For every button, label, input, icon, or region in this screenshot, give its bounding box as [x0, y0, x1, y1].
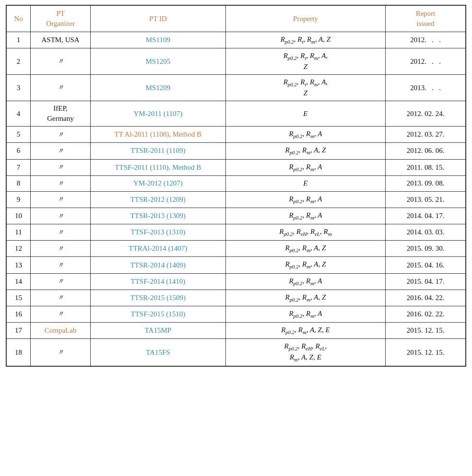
cell-ptid: YM-2012 (1207) — [91, 175, 225, 191]
cell-property: Rp0.2, Rt, Rm, A,Z — [225, 75, 386, 101]
cell-ptid: TTSR-2011 (1109) — [91, 143, 225, 159]
table-row: 1ASTM, USAMS1109Rp0.2, Rt, Rm, A, Z2012.… — [7, 32, 466, 48]
data-table: No PTOrganizer PT ID Property Reportissu… — [6, 5, 466, 366]
cell-ptid: TTRAl-2014 (1407) — [91, 241, 225, 257]
cell-property: Rp0.2, Rm, A — [225, 273, 386, 290]
cell-report: 2012. 03. 27. — [386, 127, 466, 143]
table-row: 2〃MS1205Rp0.2, Rt, Rm, A,Z2012. . . — [7, 48, 466, 75]
cell-property: Rp0.2, Rm, A, Z — [225, 143, 386, 159]
cell-no: 10 — [7, 208, 31, 224]
cell-organizer: 〃 — [31, 159, 91, 175]
ditto-mark: 〃 — [57, 179, 64, 187]
table-row: 4IfEP,GermanyYM-2011 (1107)E2012. 02. 24… — [7, 101, 466, 127]
ditto-mark: 〃 — [57, 195, 64, 203]
cell-organizer: 〃 — [31, 48, 91, 75]
ditto-mark: 〃 — [57, 57, 64, 65]
cell-organizer: 〃 — [31, 224, 91, 241]
table-row: 7〃TTSF-2011 (1110), Method BRp0.2, Rm, A… — [7, 159, 466, 175]
cell-report: 2015. 04. 16. — [386, 257, 466, 273]
cell-report: 2013. 09. 08. — [386, 175, 466, 191]
cell-organizer: 〃 — [31, 208, 91, 224]
cell-no: 7 — [7, 159, 31, 175]
cell-ptid: TTSF-2015 (1510) — [91, 306, 225, 322]
ditto-mark: 〃 — [57, 163, 64, 171]
cell-organizer: 〃 — [31, 306, 91, 322]
cell-property: Rp0.2, ReH, ReL, Rm — [225, 224, 386, 241]
cell-organizer: CompaLab — [31, 322, 91, 338]
cell-organizer: ASTM, USA — [31, 32, 91, 48]
cell-property: Rp0.2, Rm, A — [225, 127, 386, 143]
cell-no: 14 — [7, 273, 31, 290]
header-report: Reportissued — [386, 6, 466, 32]
ditto-mark: 〃 — [57, 277, 64, 285]
cell-report: 2014. 04. 17. — [386, 208, 466, 224]
ditto-mark: 〃 — [57, 244, 64, 253]
cell-ptid: YM-2011 (1107) — [91, 101, 225, 127]
cell-no: 1 — [7, 32, 31, 48]
cell-organizer: 〃 — [31, 192, 91, 208]
cell-organizer: 〃 — [31, 127, 91, 143]
cell-no: 9 — [7, 192, 31, 208]
cell-no: 3 — [7, 75, 31, 101]
cell-organizer: 〃 — [31, 75, 91, 101]
cell-no: 12 — [7, 241, 31, 257]
cell-report: 2015. 12. 15. — [386, 339, 466, 366]
cell-organizer: 〃 — [31, 273, 91, 290]
cell-no: 8 — [7, 175, 31, 191]
cell-property: E — [225, 101, 386, 127]
ditto-mark: 〃 — [57, 261, 64, 269]
cell-report: 2016. 02. 22. — [386, 306, 466, 322]
cell-report: 2012. 06. 06. — [386, 143, 466, 159]
cell-ptid: MS1205 — [91, 48, 225, 75]
cell-no: 5 — [7, 127, 31, 143]
cell-ptid: TT Al-2011 (1108), Method B — [91, 127, 225, 143]
cell-organizer: 〃 — [31, 290, 91, 306]
cell-ptid: TTSF-2013 (1310) — [91, 224, 225, 241]
table-row: 16〃TTSF-2015 (1510)Rp0.2, Rm, A2016. 02.… — [7, 306, 466, 322]
cell-no: 13 — [7, 257, 31, 273]
cell-property: Rp0.2, Rm, A, Z — [225, 241, 386, 257]
cell-ptid: TA15FS — [91, 339, 225, 366]
header-property: Property — [225, 6, 386, 32]
table-row: 5〃TT Al-2011 (1108), Method BRp0.2, Rm, … — [7, 127, 466, 143]
cell-report: 2015. 04. 17. — [386, 273, 466, 290]
cell-no: 15 — [7, 290, 31, 306]
cell-property: Rp0.2, Rm, A — [225, 159, 386, 175]
cell-organizer: IfEP,Germany — [31, 101, 91, 127]
ditto-mark: 〃 — [57, 130, 64, 139]
ditto-mark: 〃 — [57, 348, 64, 356]
header-row: No PTOrganizer PT ID Property Reportissu… — [7, 6, 466, 32]
cell-ptid: TTSF-2014 (1410) — [91, 273, 225, 290]
cell-report: 2011. 08. 15. — [386, 159, 466, 175]
table-body: 1ASTM, USAMS1109Rp0.2, Rt, Rm, A, Z2012.… — [7, 32, 466, 366]
ditto-mark: 〃 — [57, 83, 64, 92]
cell-report: 2012. . . — [386, 48, 466, 75]
table-row: 13〃TTSR-2014 (1409)Rp0.2, Rm, A, Z2015. … — [7, 257, 466, 273]
header-no: No — [7, 6, 31, 32]
cell-property: Rp0.2, Rt, Rm, A, Z — [225, 32, 386, 48]
table-row: 17CompaLabTA15MPRp0.2, Rm, A, Z, E2015. … — [7, 322, 466, 338]
table-row: 11〃TTSF-2013 (1310)Rp0.2, ReH, ReL, Rm20… — [7, 224, 466, 241]
header-ptid: PT ID — [91, 6, 225, 32]
table-row: 3〃MS1209Rp0.2, Rt, Rm, A,Z2013. . . — [7, 75, 466, 101]
cell-property: E — [225, 175, 386, 191]
cell-report: 2015. 12. 15. — [386, 322, 466, 338]
table-row: 10〃TTSR-2013 (1309)Rp0.2, Rm, A2014. 04.… — [7, 208, 466, 224]
cell-ptid: MS1109 — [91, 32, 225, 48]
cell-no: 2 — [7, 48, 31, 75]
cell-report: 2012. 02. 24. — [386, 101, 466, 127]
ditto-mark: 〃 — [57, 212, 64, 220]
cell-report: 2012. . . — [386, 32, 466, 48]
cell-organizer: 〃 — [31, 339, 91, 366]
ditto-mark: 〃 — [57, 228, 64, 236]
table-row: 12〃TTRAl-2014 (1407)Rp0.2, Rm, A, Z2015.… — [7, 241, 466, 257]
ditto-mark: 〃 — [57, 293, 64, 302]
ditto-mark: 〃 — [57, 147, 64, 155]
cell-organizer: 〃 — [31, 143, 91, 159]
table-row: 8〃YM-2012 (1207)E2013. 09. 08. — [7, 175, 466, 191]
table-row: 15〃TTSR-2015 (1509)Rp0.2, Rm, A, Z2016. … — [7, 290, 466, 306]
cell-property: Rp0.2, Rm, A, Z — [225, 290, 386, 306]
cell-property: Rp0.2, ReH, ReL,Rm, A, Z, E — [225, 339, 386, 366]
cell-organizer: 〃 — [31, 257, 91, 273]
cell-no: 6 — [7, 143, 31, 159]
